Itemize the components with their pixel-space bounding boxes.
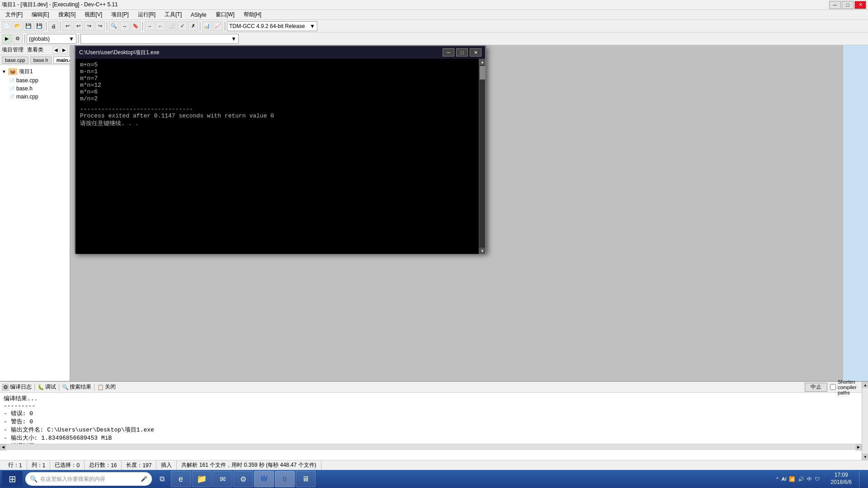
search-icon-tab: 🔍	[62, 384, 69, 390]
tray-ai-icon: Ai	[781, 476, 786, 482]
menu-project[interactable]: 项目[P]	[108, 10, 132, 19]
menu-search[interactable]: 搜索[S]	[55, 10, 80, 19]
status-bar: 行： 1 列： 1 已选择： 0 总行数： 16 长度： 197 插入	[0, 460, 868, 470]
sep4	[142, 22, 143, 31]
nav-next[interactable]: ▶	[61, 47, 68, 54]
menu-tools[interactable]: 工具[T]	[161, 10, 185, 19]
taskbar-clock[interactable]: 17:09 2018/6/6	[827, 472, 855, 486]
globals-label: (globals)	[29, 36, 50, 42]
taskbar-app-word[interactable]: W	[254, 471, 274, 487]
tree-file-base-cpp[interactable]: 📄 base.cpp	[9, 76, 68, 84]
replace-icon[interactable]: ↔	[120, 21, 130, 31]
minimize-button[interactable]: ─	[829, 1, 841, 9]
find-icon[interactable]: 🔍	[109, 21, 119, 31]
toggle-icon[interactable]: ⬜	[166, 21, 176, 31]
close-button[interactable]: ✕	[854, 1, 866, 9]
compile-tab[interactable]: 编译日志	[10, 383, 32, 391]
search-icon: 🔍	[30, 475, 38, 483]
taskbar-app-monitor[interactable]: 🖥	[296, 471, 316, 487]
run-icon[interactable]: ⚙	[13, 34, 23, 44]
globals-dropdown[interactable]: (globals) ▼	[27, 34, 76, 44]
bookmark-icon[interactable]: 🔖	[131, 21, 141, 31]
abort-button[interactable]: 中止	[805, 383, 827, 392]
scroll-down-arrow[interactable]: ▼	[479, 248, 485, 254]
console-restore-btn[interactable]: □	[456, 48, 468, 56]
tray-expand-icon[interactable]: ^	[776, 476, 778, 482]
redo2-icon[interactable]: ↪	[95, 21, 105, 31]
shorten-label: Shorten compiler paths	[830, 379, 866, 395]
tree-file-main-cpp[interactable]: 📄 main.cpp	[9, 93, 68, 101]
out-separator: ---------	[4, 403, 864, 409]
output-hscrollbar[interactable]: ◀ ▶	[0, 444, 862, 450]
close-tab[interactable]: 关闭	[105, 383, 116, 391]
task-view-btn[interactable]: ⧉	[154, 471, 170, 487]
tab-class-view[interactable]: 查看类	[27, 46, 43, 54]
taskbar-app-edge[interactable]: e	[171, 471, 191, 487]
hscroll-left-arrow[interactable]: ◀	[0, 444, 6, 450]
show-desktop-btn[interactable]	[859, 471, 863, 487]
comment-icon[interactable]: ✓	[177, 21, 187, 31]
far-vscroll-up[interactable]: ▲	[862, 382, 868, 388]
open-icon[interactable]: 📂	[13, 21, 23, 31]
tree-file-base-h[interactable]: 📄 base.h	[9, 84, 68, 93]
output-far-vscrollbar[interactable]: ▲ ▼	[862, 382, 868, 460]
taskbar-app-devcpp[interactable]: D	[275, 471, 295, 487]
console-press-key: 请按任意键继续. . .	[80, 119, 481, 127]
start-button[interactable]: ⊞	[2, 471, 23, 487]
menu-window[interactable]: 窗口[W]	[212, 10, 238, 19]
menu-view[interactable]: 视图[V]	[81, 10, 106, 19]
scroll-thumb[interactable]	[480, 66, 485, 80]
stat-insert: 插入	[156, 460, 177, 470]
sep2	[60, 22, 61, 31]
unindent-icon[interactable]: ←	[156, 21, 165, 31]
menu-astyle[interactable]: AStyle	[187, 11, 210, 19]
redo-icon[interactable]: ↪	[84, 21, 94, 31]
tab-base-h[interactable]: base.h	[30, 56, 52, 64]
undo2-icon[interactable]: ↩	[73, 21, 83, 31]
taskbar-app-settings[interactable]: ⚙	[233, 471, 253, 487]
shorten-checkbox[interactable]	[830, 384, 836, 390]
symbol-dropdown[interactable]: ▼	[80, 34, 239, 44]
save-all-icon[interactable]: 💾	[34, 21, 44, 31]
stat-row: 行： 1	[4, 460, 27, 470]
out-line-2: - 警告: 0	[4, 418, 864, 426]
chart1-icon[interactable]: 📊	[202, 21, 212, 31]
tray-network-icon: 📶	[789, 476, 795, 482]
console-scrollbar[interactable]: ▲ ▼	[479, 59, 485, 254]
menu-file[interactable]: 文件[F]	[2, 10, 26, 19]
tab-project-mgr[interactable]: 项目管理	[2, 46, 24, 54]
compiler-dropdown[interactable]: TDM-GCC 4.9.2 64-bit Release ▼	[227, 21, 317, 31]
undo-icon[interactable]: ↩	[62, 21, 72, 31]
uncomment-icon[interactable]: ✗	[188, 21, 198, 31]
far-vscroll-down[interactable]: ▼	[862, 454, 868, 460]
tree-project[interactable]: ▼ 📦 项目1	[2, 67, 68, 76]
sidebar-header-tabs: 项目管理 查看类	[2, 46, 43, 54]
menu-edit[interactable]: 编辑[E]	[28, 10, 53, 19]
stat-length: 长度： 197	[122, 460, 156, 470]
console-close-btn[interactable]: ✕	[470, 48, 481, 56]
indent-icon[interactable]: →	[145, 21, 155, 31]
chart2-icon[interactable]: 📈	[213, 21, 223, 31]
debug-tab[interactable]: 调试	[45, 383, 56, 391]
tab-base-cpp[interactable]: base.cpp	[2, 56, 28, 64]
taskbar-app-mail[interactable]: ✉	[212, 471, 232, 487]
hscroll-track	[6, 444, 855, 450]
nav-prev[interactable]: ◀	[52, 47, 60, 54]
file-name-main-cpp: main.cpp	[16, 94, 38, 100]
shorten-section: Shorten compiler paths	[830, 379, 866, 395]
save-icon[interactable]: 💾	[24, 21, 33, 31]
new-file-icon[interactable]: 📄	[2, 21, 12, 31]
search-tab[interactable]: 搜索结果	[70, 383, 91, 391]
compile-icon[interactable]: ▶	[2, 34, 12, 44]
taskbar-search[interactable]: 🔍 在这里输入你要搜索的内容 🎤	[25, 472, 152, 486]
scroll-up-arrow[interactable]: ▲	[479, 59, 485, 65]
console-titlebar: C:\Users\user\Desktop\项目1.exe ─ □ ✕	[75, 46, 485, 59]
menu-help[interactable]: 帮助[H]	[240, 10, 265, 19]
maximize-button[interactable]: □	[842, 1, 854, 9]
taskbar-app-explorer[interactable]: 📁	[192, 471, 212, 487]
menu-run[interactable]: 运行[R]	[134, 10, 159, 19]
print-icon[interactable]: 🖨	[48, 21, 58, 31]
menu-bar: 文件[F] 编辑[E] 搜索[S] 视图[V] 项目[P] 运行[R] 工具[T…	[0, 10, 868, 20]
hscroll-right-arrow[interactable]: ▶	[855, 444, 862, 450]
console-minimize-btn[interactable]: ─	[443, 48, 454, 56]
